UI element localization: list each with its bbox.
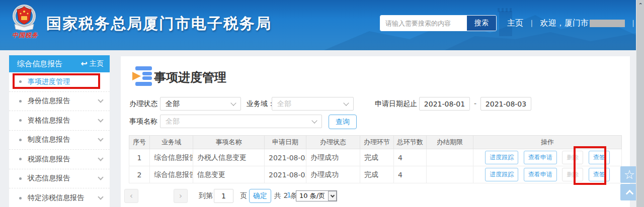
bullet-icon bbox=[19, 177, 22, 180]
col-deadline: 办结期限 bbox=[427, 136, 473, 149]
cell-status: 办理成功 bbox=[306, 149, 360, 166]
sidebar-header: 综合信息报告 ↩ 主页 bbox=[9, 55, 110, 72]
confirm-page-button[interactable]: 确定 bbox=[249, 189, 271, 203]
sidebar: 综合信息报告 ↩ 主页 事项进度管理 身份信息报告 资格信息报告 bbox=[9, 55, 110, 207]
cell-step: 完成 bbox=[360, 149, 394, 166]
goto-page-label: 到第 bbox=[199, 191, 213, 200]
sidebar-menu: 事项进度管理 身份信息报告 资格信息报告 制度信息报告 税源信息报告 bbox=[9, 72, 110, 207]
status-select-value: 全部 bbox=[166, 99, 180, 109]
bullet-icon bbox=[19, 197, 22, 199]
bullet-icon bbox=[19, 80, 22, 83]
cell-total-steps: 4 bbox=[394, 149, 427, 166]
chevron-down-icon bbox=[230, 100, 236, 106]
bullet-icon bbox=[19, 100, 22, 102]
sidebar-item-progress-management[interactable]: 事项进度管理 bbox=[9, 72, 110, 92]
sidebar-item-system-info[interactable]: 制度信息报告 bbox=[9, 131, 110, 150]
table-row: 2 综合信息报告 信息变更 2021-08-03 办理成功 完成 4 进度跟踪 … bbox=[129, 166, 622, 183]
chevron-down-icon bbox=[98, 136, 103, 142]
status-filter-label: 办理状态： bbox=[129, 97, 165, 111]
view-application-button[interactable]: 查看申请 bbox=[524, 151, 557, 164]
cell-step: 完成 bbox=[360, 166, 394, 183]
date-range-dash: - bbox=[474, 97, 476, 111]
chevron-down-icon bbox=[311, 118, 317, 123]
cell-apply-date: 2021-08-03 bbox=[265, 166, 306, 183]
reply-arrow-icon: ↩ bbox=[81, 60, 88, 68]
header-search: 搜索 bbox=[380, 15, 497, 31]
col-actions: 操作 bbox=[473, 136, 622, 149]
progress-track-button[interactable]: 进度跟踪 bbox=[485, 168, 518, 181]
date-from-input[interactable] bbox=[419, 97, 470, 111]
sidebar-home-label: 主页 bbox=[90, 59, 104, 68]
sidebar-title: 综合信息报告 bbox=[17, 59, 81, 69]
chevron-down-icon bbox=[330, 193, 334, 197]
redacted-username bbox=[590, 20, 625, 27]
col-apply-date: 申请日期 bbox=[265, 136, 306, 149]
item-name-filter-label: 事项名称： bbox=[129, 115, 165, 128]
cell-seq: 1 bbox=[129, 149, 150, 166]
search-button[interactable]: 搜索 bbox=[467, 16, 496, 31]
col-domain: 业务域 bbox=[150, 136, 193, 149]
date-to-input[interactable] bbox=[480, 97, 531, 111]
domain-filter-label: 业务域： bbox=[247, 97, 275, 111]
cell-seq: 2 bbox=[129, 166, 150, 183]
page-title-icon bbox=[132, 65, 152, 87]
view-application-button[interactable]: 查看申请 bbox=[524, 168, 557, 181]
chevron-down-icon bbox=[98, 117, 103, 122]
sidebar-item-label: 税源信息报告 bbox=[28, 155, 99, 164]
domain-select-value: 全部 bbox=[277, 99, 291, 109]
page-size-select[interactable]: 10 条/页 bbox=[296, 190, 337, 201]
page-number-input[interactable] bbox=[214, 189, 233, 203]
sidebar-item-label: 身份信息报告 bbox=[28, 96, 99, 106]
sidebar-item-specific-tax-info[interactable]: 特定涉税信息报告 bbox=[9, 188, 110, 207]
vertical-scrollbar[interactable]: ⌃ bbox=[636, 0, 644, 207]
search-input[interactable] bbox=[380, 16, 467, 31]
scrollbar-up-arrow[interactable]: ⌃ bbox=[636, 2, 644, 9]
table-header-row: 序号 业务域 事项名称 申请日期 办理状态 办理环节 总环节数 办结期限 操作 bbox=[129, 136, 622, 149]
cell-deadline bbox=[427, 149, 473, 166]
bullet-icon bbox=[19, 158, 22, 160]
chevron-down-icon bbox=[98, 155, 103, 161]
dropdown-arrow-box bbox=[328, 191, 337, 201]
site-title: 国家税务总局厦门市电子税务局 bbox=[46, 14, 272, 34]
delete-button[interactable]: 删除 bbox=[562, 168, 583, 181]
welcome-text: 欢迎，厦门市 bbox=[540, 18, 589, 29]
star-icon: ☆ bbox=[624, 168, 635, 181]
cell-status: 办理成功 bbox=[306, 166, 360, 183]
cell-domain: 综合信息报告 bbox=[150, 166, 193, 183]
emblem-caption: 中国税务 bbox=[7, 31, 43, 40]
sidebar-home-link[interactable]: ↩ 主页 bbox=[81, 59, 104, 68]
cell-total-steps: 4 bbox=[394, 166, 427, 183]
item-name-select-value: 全部 bbox=[166, 117, 180, 126]
sidebar-item-identity-info[interactable]: 身份信息报告 bbox=[9, 92, 110, 112]
bullet-icon bbox=[19, 119, 22, 122]
check-sign-button[interactable]: 查签 bbox=[589, 168, 610, 181]
prev-page-button[interactable]: ‹ bbox=[124, 189, 138, 203]
sidebar-item-label: 制度信息报告 bbox=[28, 135, 99, 144]
cell-deadline bbox=[427, 166, 473, 183]
page-size-value: 10 条/页 bbox=[299, 191, 325, 200]
col-item-name: 事项名称 bbox=[193, 136, 265, 149]
cell-item-name: 信息变更 bbox=[193, 166, 265, 183]
next-page-button[interactable]: › bbox=[174, 189, 188, 203]
item-name-select[interactable]: 全部 bbox=[160, 115, 322, 128]
home-link[interactable]: 主页 bbox=[507, 18, 523, 29]
bullet-icon bbox=[19, 139, 22, 141]
page: 中国税务 国家税务总局厦门市电子税务局 搜索 主页 ｜ 欢迎，厦门市 ｜ 退出 … bbox=[0, 0, 644, 207]
pagination: ‹ 1 › 到第 页 确定 共 2 条 10 条/页 bbox=[121, 189, 630, 204]
sidebar-item-tax-source-info[interactable]: 税源信息报告 bbox=[9, 150, 110, 169]
delete-button[interactable]: 删除 bbox=[562, 151, 583, 164]
tax-bureau-emblem-icon bbox=[11, 3, 37, 32]
domain-select[interactable]: 全部 bbox=[272, 97, 354, 111]
check-sign-button[interactable]: 查签 bbox=[589, 151, 610, 164]
progress-track-button[interactable]: 进度跟踪 bbox=[485, 151, 518, 164]
sidebar-item-label: 特定涉税信息报告 bbox=[28, 193, 99, 202]
query-button[interactable]: 查询 bbox=[329, 115, 357, 129]
sidebar-item-label: 事项进度管理 bbox=[28, 77, 103, 86]
total-count-label: 共 2 条 bbox=[274, 191, 297, 200]
sidebar-item-status-info[interactable]: 状态信息报告 bbox=[9, 169, 110, 189]
table-row: 1 综合信息报告 办税人信息变更 2021-08-03 办理成功 完成 4 进度… bbox=[129, 149, 622, 166]
sidebar-item-label: 资格信息报告 bbox=[28, 116, 99, 125]
sidebar-item-qualification-info[interactable]: 资格信息报告 bbox=[9, 111, 110, 131]
cell-actions: 进度跟踪 查看申请 删除 查签 bbox=[473, 166, 622, 183]
status-select[interactable]: 全部 bbox=[160, 97, 241, 111]
